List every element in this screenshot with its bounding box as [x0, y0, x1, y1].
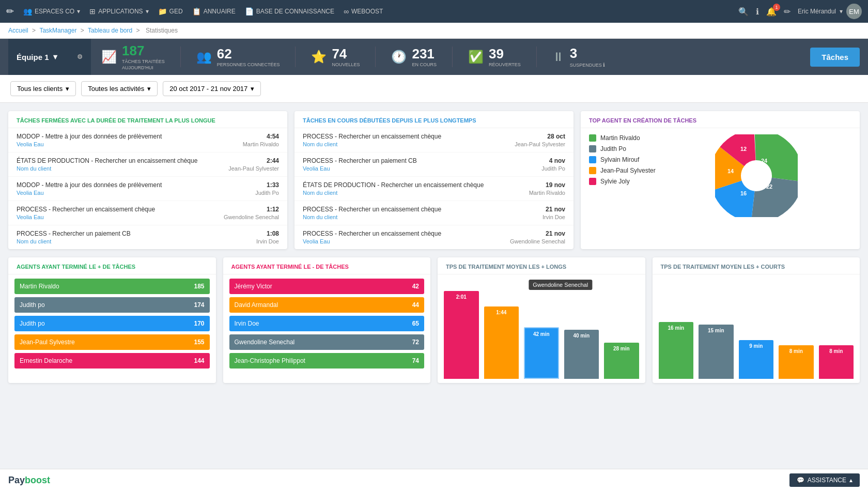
- chart-bar: 40 min: [564, 330, 599, 379]
- top-agents-card: TOP AGENT EN CRÉATION DE TÂCHES Martin R…: [581, 111, 860, 249]
- table-row: MODOP - Mettre à jour des données de pré…: [8, 177, 287, 201]
- team-selector[interactable]: Équipe 1 ▾ ⚙: [8, 39, 91, 75]
- chart-bar: 2:01: [444, 291, 479, 379]
- stat-label-new: NOUVELLES: [332, 62, 360, 68]
- table-row: PROCESS - Rechercher un paiement CB 4 no…: [295, 152, 574, 177]
- breadcrumb-current: Statistiques: [146, 27, 178, 34]
- chevron-down-icon: ▾: [147, 85, 151, 93]
- stat-tasks-today: 📈 187 TÂCHES TRAITÉESAUJOURD'HUI: [101, 43, 165, 71]
- annuaire-icon: 📋: [192, 7, 201, 16]
- bar-item: Judith po 174: [14, 297, 210, 313]
- tps-long-header: TPS DE TRAITEMENT MOYEN LES + LONGS: [438, 257, 645, 274]
- stat-icon-reopened: ✅: [468, 50, 484, 64]
- base-icon: 📄: [245, 7, 254, 16]
- chart-bar-wrap: 1:44: [484, 306, 519, 379]
- ongoing-tasks-header: TÂCHES EN COURS DÉBUTÉES DEPUIS LE PLUS …: [295, 111, 574, 128]
- team-arrow: ▾: [53, 52, 57, 62]
- table-row: PROCESS - Rechercher un encaissement chè…: [295, 201, 574, 225]
- ged-icon: 📁: [158, 7, 167, 16]
- bar-item: Jérémy Victor 42: [229, 279, 425, 294]
- stat-suspended: ⏸ 3 SUSPENDUES ℹ: [552, 45, 606, 69]
- nav-item-espaces[interactable]: 👥 ESPACES CO ▾: [23, 7, 80, 16]
- tps-short-header: TPS DE TRAITEMENT MOYEN LES + COURTS: [653, 257, 860, 274]
- table-row: ÉTATS DE PRODUCTION - Rechercher un enca…: [295, 177, 574, 201]
- gear-icon[interactable]: ⚙: [77, 53, 83, 60]
- notification-badge: 1: [773, 4, 780, 11]
- ongoing-tasks-list: PROCESS - Rechercher un encaissement chè…: [295, 128, 574, 249]
- nav-item-applications[interactable]: ⊞ APPLICATIONS ▾: [89, 7, 148, 16]
- weboost-icon: ∞: [344, 7, 349, 16]
- chart-bar-wrap: 8 min: [819, 345, 854, 379]
- stat-icon-tasks: 📈: [101, 50, 117, 64]
- info-icon[interactable]: ℹ: [756, 7, 759, 17]
- notification-icon[interactable]: 🔔 1: [766, 7, 777, 17]
- bar-item: Jean-Christophe Philippot 74: [229, 353, 425, 369]
- stat-label-reopened: RÉOUVERTES: [489, 62, 521, 68]
- pie-label-grey: 22: [766, 183, 772, 190]
- ongoing-tasks-card: TÂCHES EN COURS DÉBUTÉES DEPUIS LE PLUS …: [295, 111, 574, 249]
- closed-tasks-header: TÂCHES FERMÉES AVEC LA DURÉE DE TRAITEME…: [8, 111, 287, 128]
- legend-item: Judith Po: [589, 145, 656, 152]
- edit-icon[interactable]: ✏: [784, 7, 791, 17]
- tps-long-chart: Gwendoline Senechal 2:01 1:44: [438, 274, 645, 383]
- breadcrumb-tableau[interactable]: Tableau de bord: [88, 27, 132, 34]
- chart-bar-wrap: 15 min: [699, 325, 734, 379]
- user-menu[interactable]: Eric Mérandul ▾ EM: [798, 4, 862, 19]
- stat-icon-connected: 👥: [196, 50, 212, 64]
- stat-connected: 👥 62 PERSONNES CONNECTÉES: [196, 46, 280, 68]
- team-header: Équipe 1 ▾ ⚙ 📈 187 TÂCHES TRAITÉESAUJOUR…: [0, 39, 868, 75]
- table-row: PROCESS - Rechercher un paiement CB 1:08…: [8, 225, 287, 249]
- chart-bar: 42 min: [524, 327, 559, 379]
- table-row: PROCESS - Rechercher un encaissement chè…: [295, 225, 574, 249]
- bar-item: Ernestin Delaroche 144: [14, 353, 210, 369]
- taches-button[interactable]: Tâches: [810, 48, 860, 67]
- pie-label-blue: 16: [740, 190, 747, 196]
- agents-least-card: AGENTS AYANT TERMINÉ LE - DE TÂCHES Jéré…: [223, 257, 431, 383]
- table-row: ÉTATS DE PRODUCTION - Rechercher un enca…: [8, 152, 287, 177]
- tps-short-chart: 16 min 15 min 9 min 8 min 8 min: [653, 274, 860, 383]
- nav-item-weboost[interactable]: ∞ WEBOOST: [344, 7, 383, 16]
- nav-item-base[interactable]: 📄 BASE DE CONNAISSANCE: [245, 7, 334, 16]
- chevron-down-icon: ▾: [251, 85, 254, 93]
- breadcrumb-accueil[interactable]: Accueil: [8, 27, 28, 34]
- stats-bar: 📈 187 TÂCHES TRAITÉESAUJOURD'HUI 👥 62 PE…: [91, 43, 810, 71]
- agents-most-header: AGENTS AYANT TERMINÉ LE + DE TÂCHES: [8, 257, 216, 274]
- nav-item-ged[interactable]: 📁 GED: [158, 7, 183, 16]
- legend-dot: [589, 156, 596, 163]
- chart-bar-wrap: 8 min: [779, 345, 814, 379]
- chart-bar: 1:44: [484, 306, 519, 379]
- applications-icon: ⊞: [89, 7, 96, 16]
- clients-filter[interactable]: Tous les clients ▾: [10, 81, 76, 96]
- pie-label-green: 24: [761, 158, 768, 164]
- table-row: MODOP - Mettre à jour des données de pré…: [8, 128, 287, 152]
- pie-label-pink: 12: [740, 146, 747, 152]
- stat-ongoing: 🕐 231 EN COURS: [391, 46, 437, 68]
- chart-bar-wrap: 16 min: [659, 322, 694, 379]
- stat-number-reopened: 39: [489, 46, 521, 62]
- chevron-down-icon: ▾: [66, 85, 69, 93]
- logo-icon[interactable]: ✏: [6, 6, 14, 17]
- activities-filter[interactable]: Toutes les activités ▾: [81, 81, 158, 96]
- nav-right: 🔍 ℹ 🔔 1 ✏ Eric Mérandul ▾ EM: [738, 4, 862, 19]
- team-name: Équipe 1: [17, 53, 49, 62]
- stat-icon-ongoing: 🕐: [391, 50, 407, 64]
- stat-icon-suspended: ⏸: [552, 50, 565, 64]
- bar-item: David Armandal 44: [229, 297, 425, 313]
- stat-new: ⭐ 74 NOUVELLES: [311, 46, 360, 68]
- nav-item-annuaire[interactable]: 📋 ANNUAIRE: [192, 7, 236, 16]
- search-icon[interactable]: 🔍: [738, 7, 749, 17]
- legend-item: Martin Rivaldo: [589, 134, 656, 142]
- main-content: TÂCHES FERMÉES AVEC LA DURÉE DE TRAITEME…: [0, 103, 868, 257]
- svg-point-4: [725, 145, 787, 207]
- bar-item: Gwendoline Senechal 72: [229, 334, 425, 350]
- bar-item: Martin Rivaldo 185: [14, 279, 210, 294]
- user-name: Eric Mérandul: [798, 8, 836, 15]
- agents-most-card: AGENTS AYANT TERMINÉ LE + DE TÂCHES Mart…: [8, 257, 216, 383]
- legend-dot: [589, 178, 596, 185]
- chart-tooltip: Gwendoline Senechal: [529, 280, 592, 290]
- agents-most-list: Martin Rivaldo 185 Judith po 174 Judith …: [8, 274, 216, 373]
- chart-bar-wrap: 2:01: [444, 291, 479, 379]
- date-filter[interactable]: 20 oct 2017 - 21 nov 2017 ▾: [163, 81, 261, 96]
- breadcrumb-taskmanager[interactable]: TaskManager: [39, 27, 76, 34]
- bar-item: Jean-Paul Sylvestre 155: [14, 334, 210, 350]
